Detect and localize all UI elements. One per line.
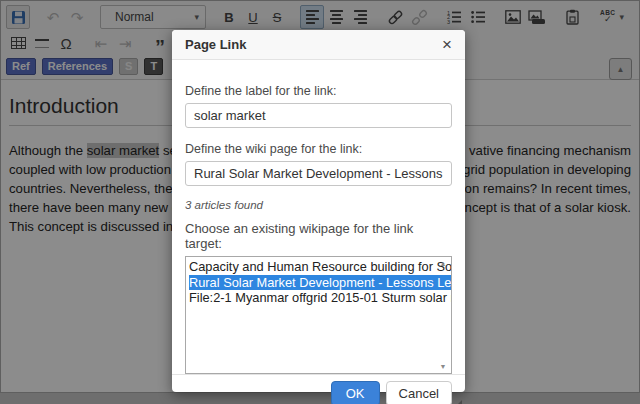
dialog-body: Define the label for the link: Define th…	[172, 60, 465, 374]
dialog-title: Page Link	[185, 37, 246, 52]
list-item[interactable]: Capacity and Human Resource building for…	[189, 259, 451, 275]
list-item-selected[interactable]: Rural Solar Market Development - Lessons…	[189, 275, 451, 291]
dialog-resize-handle[interactable]	[452, 400, 462, 404]
wiki-page-field-label: Define the wiki page for the link:	[185, 142, 452, 156]
list-item[interactable]: File:2-1 Myanmar offgrid 2015-01 Sturm s…	[189, 290, 451, 306]
link-label-field-label: Define the label for the link:	[185, 84, 452, 98]
dialog-header: Page Link ×	[172, 30, 465, 60]
page-link-dialog: Page Link × Define the label for the lin…	[172, 30, 465, 392]
listbox-scroll-up-icon[interactable]: ▲	[440, 260, 447, 267]
dialog-footer: OK Cancel	[172, 374, 465, 404]
cancel-button[interactable]: Cancel	[386, 381, 452, 404]
wiki-page-input[interactable]	[185, 161, 452, 186]
articles-found-text: 3 articles found	[185, 199, 452, 211]
listbox-scroll-down-icon[interactable]: ▼	[440, 363, 447, 370]
close-icon[interactable]: ×	[442, 36, 452, 53]
wikipage-listbox[interactable]: Capacity and Human Resource building for…	[185, 256, 452, 374]
ok-button[interactable]: OK	[331, 381, 380, 404]
choose-wikipage-label: Choose an existing wikipage for the link…	[185, 221, 452, 251]
listbox-scrollbar[interactable]: ▲ ▼	[436, 258, 450, 372]
link-label-input[interactable]	[185, 103, 452, 128]
